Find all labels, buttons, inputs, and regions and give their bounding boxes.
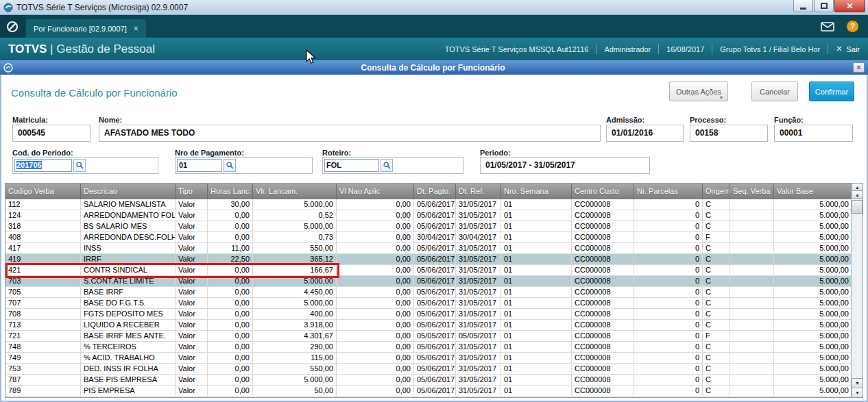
outras-acoes-button[interactable]: Outras Ações ▾ — [669, 81, 728, 101]
nro-pagamento-field[interactable]: 01 — [175, 157, 313, 174]
table-cell: 417 — [5, 243, 81, 253]
table-cell: 5.000,00 — [774, 298, 851, 308]
roteiro-input[interactable]: FOL — [324, 159, 379, 172]
table-cell: 05/06/2017 — [414, 342, 456, 352]
close-button[interactable]: ✕ — [834, 0, 865, 12]
scroll-down-button-2[interactable]: ▼ — [852, 388, 863, 398]
table-cell: 01 — [501, 254, 572, 264]
table-cell: 0,00 — [337, 386, 414, 396]
nome-field[interactable]: AFASTADO MES TODO — [99, 125, 601, 142]
table-row[interactable]: 713LIQUIDO A RECEBERValor0,003.918,000,0… — [5, 320, 851, 331]
tab-por-funcionario[interactable]: Por Funcionario [02.9.0007] × — [26, 19, 146, 38]
column-header[interactable]: Dt. Pagto. — [414, 184, 456, 199]
scroll-up-button-2[interactable]: ▲ — [852, 190, 863, 199]
column-header[interactable]: Descricao — [81, 184, 176, 199]
periodo-field[interactable]: 01/05/2017 - 31/05/2017 — [480, 157, 650, 174]
chevron-down-icon: ▾ — [720, 95, 723, 101]
column-header[interactable]: Vl Nao Aplic — [337, 184, 414, 199]
table-cell: 0 — [634, 210, 703, 221]
table-cell: 0,00 — [337, 265, 414, 275]
confirm-button[interactable]: Confirmar — [809, 81, 854, 101]
table-cell: Valor — [176, 243, 208, 253]
table-cell — [730, 364, 774, 374]
column-header[interactable]: Seq. Verba — [730, 184, 774, 199]
table-cell: 0,00 — [337, 221, 414, 231]
table-cell: C — [703, 364, 730, 374]
minimize-button[interactable] — [793, 0, 813, 12]
table-row[interactable]: 112SALARIO MENSALISTAValor30,005.000,000… — [5, 199, 851, 210]
column-header[interactable]: Centro Custo — [572, 184, 634, 199]
column-header[interactable]: Valor Base — [774, 184, 851, 199]
column-header[interactable]: Vlr. Lancam. — [253, 184, 337, 199]
table-row[interactable]: 748% TERCEIROSValor0,00290,000,0005/06/2… — [5, 342, 851, 353]
table-cell: Valor — [176, 298, 208, 308]
admissao-field[interactable]: 01/01/2016 — [606, 125, 684, 142]
help-icon[interactable]: ? — [847, 21, 858, 32]
dialog-close-button[interactable]: × — [853, 62, 865, 73]
table-cell: 0,00 — [337, 353, 414, 363]
column-header[interactable]: Codigo Verba — [5, 184, 81, 199]
table-cell: CC000008 — [572, 320, 634, 330]
table-row[interactable]: 705BASE IRRFValor0,004.450,000,0005/06/2… — [5, 287, 851, 298]
user-label: Administrador — [604, 45, 651, 53]
table-cell: 0 — [634, 353, 703, 363]
table-row[interactable]: 318BS SALARIO MESValor0,005.000,000,0005… — [5, 221, 851, 232]
nro-pagamento-lookup-button[interactable] — [224, 159, 236, 172]
roteiro-lookup-button[interactable] — [381, 159, 393, 172]
table-row[interactable]: 421CONTR SINDICALValor0,00166,670,0005/0… — [5, 265, 851, 276]
table-cell: 365,12 — [253, 254, 337, 264]
table-row[interactable]: 703S.CONT.ATE LIMITEValor0,005.000,000,0… — [5, 276, 851, 287]
table-row[interactable]: 417INSSValor11,00550,000,0005/06/201731/… — [5, 243, 851, 254]
mail-icon[interactable] — [821, 22, 834, 32]
table-row[interactable]: 787BASE PIS EMPRESAValor0,005.000,000,00… — [5, 375, 851, 386]
table-cell: 789 — [5, 386, 81, 396]
table-cell: 0 — [634, 243, 703, 253]
table-cell: 0,00 — [337, 320, 414, 330]
table-row[interactable]: 753DED. INSS IR FOLHAValor0,00550,000,00… — [5, 364, 851, 375]
table-row[interactable]: 721BASE IRRF MES ANTE.Valor0,004.301,670… — [5, 331, 851, 342]
table-cell: Valor — [176, 364, 208, 374]
scrollbar-thumb[interactable] — [852, 200, 863, 214]
column-header[interactable]: Tipo — [176, 184, 208, 199]
page-title: Consulta de Cálculo por Funcionário — [11, 87, 178, 99]
roteiro-label: Roteiro: — [322, 149, 351, 157]
cancel-button[interactable]: Cancelar — [751, 81, 798, 101]
window-controls: ✕ — [793, 0, 865, 12]
table-row[interactable]: 419IRRFValor22,50365,120,0005/06/201731/… — [5, 254, 851, 265]
nro-pagamento-input[interactable]: 01 — [177, 159, 222, 172]
table-row[interactable]: 408ARREDONDA DESC.FOLHValor0,000,730,003… — [5, 232, 851, 243]
matricula-field[interactable]: 000545 — [12, 125, 91, 142]
table-cell: Valor — [176, 386, 208, 396]
cod-periodo-input[interactable]: 201705 — [14, 159, 72, 172]
table-row[interactable]: 708FGTS DEPOSITO MESValor0,00400,000,000… — [5, 309, 851, 320]
table-cell: 0 — [634, 386, 703, 396]
table-cell: 0,00 — [208, 298, 253, 308]
cod-periodo-field[interactable]: 201705 — [12, 157, 158, 174]
scrollbar-track[interactable] — [852, 214, 863, 378]
column-header[interactable]: Horas Lanc. — [208, 184, 253, 199]
table-cell: 318 — [5, 221, 81, 231]
column-header[interactable]: Origem — [703, 184, 730, 199]
funcao-field[interactable]: 00001 — [774, 125, 853, 142]
scroll-down-button[interactable]: ▼ — [852, 378, 863, 388]
tab-close-icon[interactable]: × — [134, 24, 138, 34]
table-cell — [730, 276, 774, 286]
table-row[interactable]: 707BASE DO F.G.T.S.Valor0,005.000,000,00… — [5, 298, 851, 309]
vertical-scrollbar[interactable]: ▲ ▲ ▼ ▼ — [851, 184, 863, 397]
table-row[interactable]: 124ARREDONDAMENTO FOLHAValor0,000,520,00… — [5, 210, 851, 221]
cod-periodo-lookup-button[interactable] — [73, 159, 86, 172]
maximize-button[interactable] — [814, 0, 834, 12]
table-cell: Valor — [176, 254, 208, 264]
exit-button[interactable]: ✕ Sair — [836, 45, 860, 53]
column-header[interactable]: Nro. Semana — [501, 184, 572, 199]
column-header[interactable]: Nr. Parcelas — [634, 184, 703, 199]
table-row[interactable]: 749% ACID. TRABALHOValor0,00115,000,0005… — [5, 353, 851, 364]
processo-field[interactable]: 00158 — [690, 125, 768, 142]
app-brand: TOTVS | Gestão de Pessoal — [8, 42, 155, 56]
column-header[interactable]: Dt. Ref. — [456, 184, 501, 199]
table-cell: 01 — [501, 276, 572, 286]
table-row[interactable]: 789PIS EMPRESAValor0,0050,000,0005/06/20… — [5, 386, 851, 397]
totvs-home-button[interactable] — [0, 15, 25, 38]
roteiro-field[interactable]: FOL — [322, 157, 463, 174]
periodo-label: Periodo: — [480, 149, 511, 157]
